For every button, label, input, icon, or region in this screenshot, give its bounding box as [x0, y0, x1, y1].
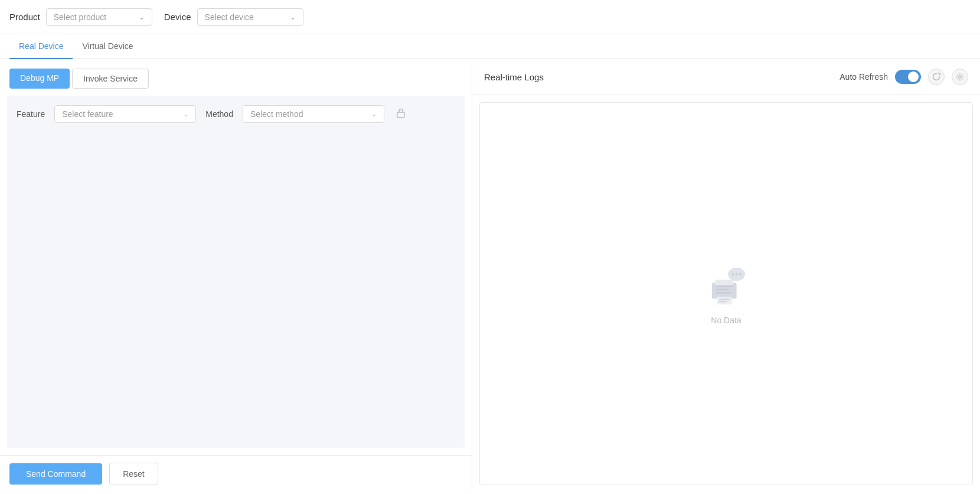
svg-rect-10 — [716, 292, 731, 293]
logs-body: No Data — [479, 102, 973, 485]
svg-rect-13 — [719, 301, 727, 303]
feature-placeholder: Select feature — [62, 109, 113, 119]
sub-tab-debug-mp[interactable]: Debug MP — [9, 69, 70, 89]
device-section: Device Select device ⌄ — [164, 8, 303, 26]
product-placeholder: Select product — [54, 12, 107, 22]
method-placeholder: Select method — [250, 109, 303, 119]
tabs-bar: Real Device Virtual Device — [0, 34, 980, 59]
feature-method-row: Feature Select feature ⌄ Method Select m… — [17, 105, 455, 123]
lock-icon[interactable] — [396, 108, 406, 121]
settings-icon-btn[interactable] — [952, 69, 968, 85]
svg-rect-12 — [719, 299, 730, 300]
method-chevron-icon: ⌄ — [371, 110, 377, 118]
refresh-icon-btn[interactable] — [928, 69, 945, 85]
svg-rect-9 — [716, 289, 729, 290]
reset-button[interactable]: Reset — [109, 463, 158, 485]
logs-title: Real-time Logs — [484, 72, 544, 82]
sub-tab-invoke-service[interactable]: Invoke Service — [72, 69, 149, 89]
svg-point-5 — [739, 273, 741, 275]
send-command-button[interactable]: Send Command — [9, 463, 102, 485]
logs-controls: Auto Refresh — [839, 69, 968, 85]
svg-point-4 — [736, 273, 738, 275]
product-label: Product — [9, 12, 40, 22]
method-label: Method — [205, 109, 233, 119]
product-select[interactable]: Select product ⌄ — [46, 8, 152, 26]
svg-rect-0 — [397, 112, 404, 118]
svg-point-1 — [959, 76, 961, 78]
device-chevron-icon: ⌄ — [290, 13, 296, 21]
logs-header: Real-time Logs Auto Refresh — [472, 59, 980, 95]
bottom-actions: Send Command Reset — [0, 455, 472, 492]
left-panel: Debug MP Invoke Service Feature Select f… — [0, 59, 472, 492]
feature-chevron-icon: ⌄ — [183, 110, 188, 118]
svg-rect-11 — [717, 297, 732, 304]
tab-virtual-device[interactable]: Virtual Device — [73, 34, 142, 59]
feature-label: Feature — [17, 109, 45, 119]
auto-refresh-toggle[interactable] — [895, 70, 921, 84]
right-panel: Real-time Logs Auto Refresh — [472, 59, 980, 492]
no-data-illustration: No Data — [703, 262, 750, 325]
device-label: Device — [164, 12, 191, 22]
product-chevron-icon: ⌄ — [139, 13, 145, 21]
no-data-text: No Data — [711, 316, 741, 325]
debug-content-area — [17, 130, 455, 438]
svg-rect-8 — [716, 285, 733, 287]
svg-rect-7 — [716, 280, 733, 286]
sub-tabs: Debug MP Invoke Service — [0, 59, 472, 89]
main-content: Debug MP Invoke Service Feature Select f… — [0, 59, 980, 492]
toggle-slider — [895, 70, 921, 84]
auto-refresh-label: Auto Refresh — [839, 72, 888, 82]
device-select[interactable]: Select device ⌄ — [197, 8, 303, 26]
svg-point-3 — [731, 273, 734, 275]
method-select[interactable]: Select method ⌄ — [243, 105, 384, 123]
feature-select[interactable]: Select feature ⌄ — [54, 105, 196, 123]
header-bar: Product Select product ⌄ Device Select d… — [0, 0, 980, 34]
device-placeholder: Select device — [205, 12, 254, 22]
tab-real-device[interactable]: Real Device — [9, 34, 73, 59]
debug-body: Feature Select feature ⌄ Method Select m… — [7, 96, 465, 448]
